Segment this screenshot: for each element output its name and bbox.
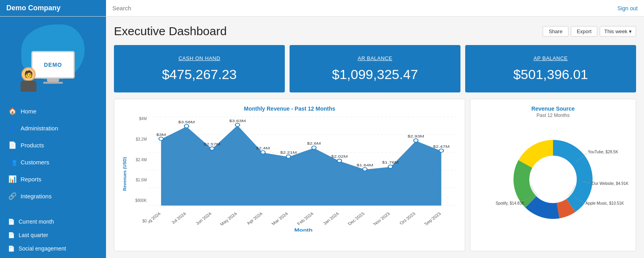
- search-container: [106, 5, 611, 11]
- kpi-label-ap[interactable]: AP BALANCE: [534, 55, 568, 61]
- svg-point-18: [439, 149, 443, 153]
- y-axis-label: Revenues (USD): [121, 113, 129, 235]
- monitor-label: DEMO: [44, 62, 62, 68]
- svg-point-12: [286, 155, 291, 158]
- person-head: 🧑: [21, 67, 36, 81]
- label-spotify: Spotify, $14.63K: [496, 201, 525, 205]
- doc-icon: 📄: [8, 218, 15, 225]
- svg-text:$2.57M: $2.57M: [204, 142, 220, 146]
- kpi-value-ap: $501,396.01: [513, 67, 588, 82]
- svg-text:$3.58M: $3.58M: [178, 120, 195, 124]
- svg-point-16: [388, 165, 392, 169]
- svg-text:Mar 2024: Mar 2024: [271, 211, 289, 226]
- svg-point-9: [210, 147, 214, 151]
- svg-text:May 2024: May 2024: [219, 211, 238, 226]
- svg-point-15: [363, 168, 367, 171]
- donut-chart-card: Revenue Source Past 12 Months: [470, 99, 636, 251]
- kpi-row: CASH ON HAND $475,267.23 AR BALANCE $1,0…: [114, 45, 636, 92]
- svg-text:Aug 2024: Aug 2024: [148, 211, 162, 226]
- integrations-icon: 🔗: [8, 192, 17, 200]
- donut-chart-subtitle: Past 12 Months: [477, 113, 629, 118]
- products-icon: 📄: [8, 141, 17, 149]
- topbar: Demo Company Sign out: [0, 0, 644, 17]
- sidebar-item-label: Integrations: [21, 193, 51, 200]
- sidebar-item-integrations[interactable]: 🔗 Integrations: [0, 188, 106, 205]
- svg-text:$1.76M: $1.76M: [382, 160, 399, 164]
- donut-chart-svg: YouTube, $28.5K Our Website, $4.91K Appl…: [502, 132, 604, 235]
- export-button[interactable]: Export: [571, 26, 598, 37]
- svg-text:Month: Month: [294, 228, 313, 233]
- donut-chart-wrap: YouTube, $28.5K Our Website, $4.91K Appl…: [477, 122, 629, 245]
- sidebar-item-products[interactable]: 📄 Products: [0, 137, 106, 154]
- svg-text:$3M: $3M: [156, 132, 166, 136]
- svg-text:$2.47M: $2.47M: [433, 144, 450, 148]
- line-chart-svg-wrap: $3M $3.58M $2.57M $3.63M $2.4M $2.21M $2…: [148, 113, 458, 235]
- kpi-label-cash[interactable]: CASH ON HAND: [178, 55, 220, 61]
- doc-icon: 📄: [8, 245, 15, 252]
- brand-name: Demo Company: [6, 4, 61, 12]
- avatar: DEMO 🧑: [17, 24, 89, 92]
- doc-icon: 📄: [8, 232, 15, 238]
- monitor-screen: DEMO: [31, 51, 75, 79]
- kpi-label-ar[interactable]: AR BALANCE: [358, 55, 392, 61]
- sidebar-item-label: Products: [21, 142, 44, 149]
- y-tick: $2.4M: [130, 158, 147, 162]
- content-area: Executive Dashboard Share Export This we…: [106, 17, 644, 258]
- reports-icon: 📊: [8, 175, 17, 183]
- admin-icon: 👤: [8, 124, 17, 132]
- svg-point-14: [337, 159, 341, 163]
- kpi-value-ar: $1,099,325.47: [332, 67, 418, 82]
- y-tick: $1.6M: [130, 178, 147, 182]
- line-chart-svg: $3M $3.58M $2.57M $3.63M $2.4M $2.21M $2…: [148, 113, 458, 235]
- search-input[interactable]: [112, 5, 605, 11]
- donut-center: [531, 158, 575, 201]
- saved-report-label: Last quarter: [19, 232, 48, 238]
- sidebar-item-home[interactable]: 🏠 Home: [0, 103, 106, 120]
- sidebar-item-reports[interactable]: 📊 Reports: [0, 171, 106, 188]
- svg-text:$2.93M: $2.93M: [407, 134, 424, 138]
- monitor-base: [47, 79, 59, 82]
- period-selector[interactable]: This week ▾: [600, 26, 636, 37]
- donut-chart-title: Revenue Source: [477, 105, 629, 112]
- svg-text:$3.63M: $3.63M: [229, 119, 246, 122]
- kpi-card-ap: AP BALANCE $501,396.01: [465, 45, 636, 92]
- svg-marker-6: [161, 125, 441, 205]
- svg-point-17: [414, 139, 418, 142]
- share-button[interactable]: Share: [543, 26, 568, 37]
- svg-point-8: [184, 124, 189, 128]
- sidebar-item-label: Customers: [21, 159, 49, 166]
- svg-text:Sep 2023: Sep 2023: [423, 211, 442, 226]
- saved-report-current-month[interactable]: 📄 Current month: [0, 215, 106, 228]
- saved-report-label: Social engagement: [19, 245, 66, 252]
- line-chart-title: Monthly Revenue - Past 12 Months: [121, 105, 458, 112]
- saved-reports-section: [0, 208, 106, 215]
- sidebar-item-administration[interactable]: 👤 Administration: [0, 120, 106, 137]
- svg-point-7: [159, 137, 163, 141]
- kpi-card-cash: CASH ON HAND $475,267.23: [114, 45, 285, 92]
- label-apple: Apple Music, $10.51K: [585, 201, 624, 205]
- period-label: This week: [604, 28, 627, 34]
- home-icon: 🏠: [8, 107, 17, 115]
- monitor-foot: [43, 82, 63, 84]
- svg-point-11: [261, 151, 265, 154]
- label-youtube: YouTube, $28.5K: [588, 150, 618, 154]
- signout-button[interactable]: Sign out: [611, 5, 644, 11]
- saved-report-social-engagement[interactable]: 📄 Social engagement: [0, 242, 106, 255]
- customers-icon: 👥: [8, 158, 17, 166]
- svg-text:$2.21M: $2.21M: [280, 150, 297, 154]
- sidebar-nav: 🏠 Home 👤 Administration 📄 Products 👥 Cus…: [0, 100, 106, 208]
- y-axis-ticks: $4M $3.2M $2.4M $1.6M $800K $0: [129, 113, 148, 235]
- y-tick: $800K: [130, 198, 147, 203]
- y-tick: $4M: [130, 117, 147, 121]
- svg-point-10: [235, 123, 240, 127]
- page-title: Executive Dashboard: [114, 24, 227, 38]
- sidebar-item-customers[interactable]: 👥 Customers: [0, 154, 106, 171]
- dashboard-actions: Share Export This week ▾: [543, 26, 636, 37]
- saved-report-last-quarter[interactable]: 📄 Last quarter: [0, 228, 106, 242]
- svg-text:Dec 2023: Dec 2023: [347, 211, 366, 226]
- saved-report-label: Current month: [19, 218, 54, 225]
- sidebar: DEMO 🧑 🏠 Home 👤 Administration: [0, 17, 106, 258]
- kpi-value-cash: $475,267.23: [162, 67, 237, 82]
- kpi-card-ar: AR BALANCE $1,099,325.47: [290, 45, 460, 92]
- svg-text:Nov 2023: Nov 2023: [372, 211, 391, 226]
